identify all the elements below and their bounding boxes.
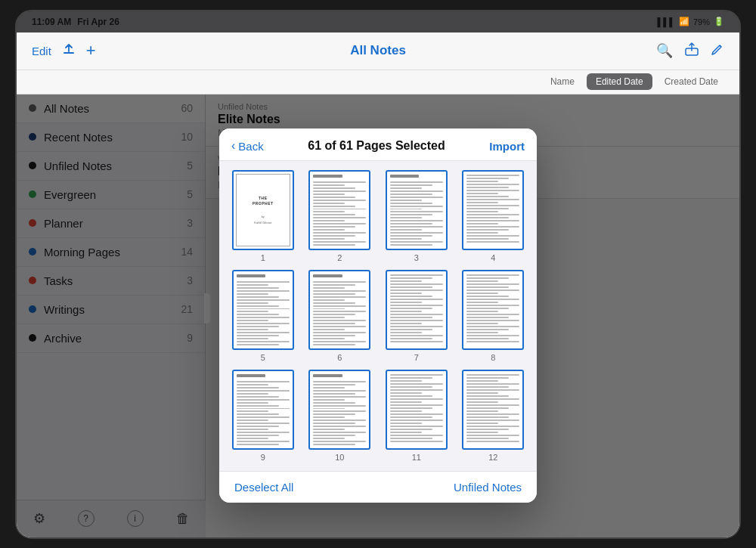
page-thumb-9[interactable]: 9	[228, 370, 298, 462]
status-time: 11:09 AM	[32, 17, 71, 27]
page-thumb-5[interactable]: 5	[228, 270, 298, 362]
modal-overlay: ‹ Back 61 of 61 Pages Selected Import	[17, 94, 739, 537]
top-toolbar: Edit + All Notes 🔍	[17, 33, 739, 70]
page-number: 11	[412, 453, 421, 462]
modal-footer: Deselect All Unfiled Notes	[219, 471, 537, 503]
destination-button[interactable]: Unfiled Notes	[454, 481, 522, 494]
back-label: Back	[238, 140, 263, 153]
page-number: 12	[488, 453, 497, 462]
page-thumbnail	[308, 170, 370, 250]
page-thumbnail: THEPROPHET by Kahlil Gibran	[232, 170, 294, 250]
edit-button[interactable]: Edit	[32, 45, 51, 57]
page-thumb-2[interactable]: 2	[305, 170, 375, 262]
page-number: 4	[491, 253, 495, 262]
page-thumbnail	[232, 370, 294, 450]
page-thumbnail	[462, 270, 524, 350]
page-number: 6	[337, 353, 342, 362]
battery-level: 79%	[693, 17, 710, 26]
page-thumbnail	[386, 170, 448, 250]
page-thumbnail	[386, 270, 448, 350]
deselect-all-button[interactable]: Deselect All	[234, 481, 293, 494]
page-thumbnail	[232, 270, 294, 350]
sort-tab-edited[interactable]: Edited Date	[587, 73, 652, 90]
page-number: 5	[261, 353, 265, 362]
page-thumb-3[interactable]: 3	[382, 170, 451, 262]
page-thumb-7[interactable]: 7	[382, 270, 451, 362]
sort-tab-created[interactable]: Created Date	[655, 73, 727, 90]
back-chevron-icon: ‹	[231, 139, 235, 153]
page-number: 8	[491, 353, 495, 362]
page-number: 9	[261, 453, 265, 462]
compose-button[interactable]	[711, 42, 724, 59]
page-thumb-1[interactable]: THEPROPHET by Kahlil Gibran 1	[228, 170, 298, 262]
page-thumb-12[interactable]: 12	[459, 370, 528, 462]
modal-header: ‹ Back 61 of 61 Pages Selected Import	[219, 128, 537, 161]
share-button[interactable]	[685, 42, 699, 59]
page-number: 3	[414, 253, 419, 262]
page-thumb-4[interactable]: 4	[459, 170, 528, 262]
search-button[interactable]: 🔍	[656, 42, 673, 59]
page-number: 1	[261, 253, 265, 262]
modal-title: 61 of 61 Pages Selected	[308, 139, 445, 153]
page-number: 2	[337, 253, 342, 262]
main-content: All Notes 60 Recent Notes 10 Unfiled Not…	[17, 94, 739, 537]
page-thumb-10[interactable]: 10	[305, 370, 375, 462]
add-button[interactable]: +	[86, 42, 96, 59]
page-thumbnail	[462, 370, 524, 450]
import-button[interactable]: Import	[489, 140, 525, 153]
toolbar-left: Edit +	[32, 42, 96, 59]
page-thumb-8[interactable]: 8	[459, 270, 528, 362]
page-number: 7	[414, 353, 419, 362]
status-date: Fri Apr 26	[77, 17, 119, 27]
wifi-icon: 📶	[679, 17, 689, 26]
svg-rect-0	[64, 52, 74, 54]
toolbar-right: 🔍	[656, 42, 724, 59]
page-thumbnail	[308, 370, 370, 450]
pages-grid: THEPROPHET by Kahlil Gibran 1	[219, 161, 537, 471]
back-button[interactable]: ‹ Back	[231, 139, 264, 153]
sort-tab-name[interactable]: Name	[541, 73, 584, 90]
toolbar-title: All Notes	[350, 43, 406, 58]
page-thumbnail	[308, 270, 370, 350]
app-container: Edit + All Notes 🔍	[17, 33, 739, 537]
page-selector-modal: ‹ Back 61 of 61 Pages Selected Import	[219, 128, 537, 503]
page-thumb-6[interactable]: 6	[305, 270, 375, 362]
status-bar: 11:09 AM Fri Apr 26 ▌▌▌ 📶 79% 🔋	[17, 11, 739, 33]
page-number: 10	[335, 453, 344, 462]
page-thumbnail	[462, 170, 524, 250]
ipad-frame: 11:09 AM Fri Apr 26 ▌▌▌ 📶 79% 🔋 Edit +	[15, 10, 741, 539]
upload-button[interactable]	[62, 43, 76, 59]
battery-icon: 🔋	[714, 17, 724, 26]
page-thumb-11[interactable]: 11	[382, 370, 451, 462]
sort-tabs: Name Edited Date Created Date	[17, 70, 739, 94]
page-thumbnail	[386, 370, 448, 450]
signal-icon: ▌▌▌	[658, 17, 675, 26]
